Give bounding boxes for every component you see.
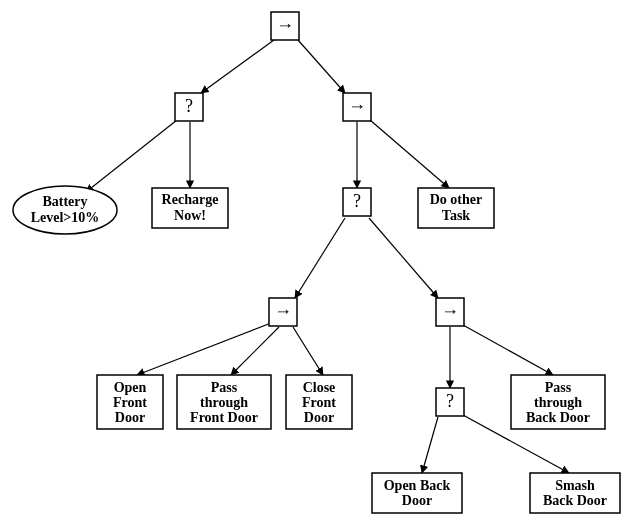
battery-label-2: Level>10% [31,210,100,225]
edge-midfallback-backseq [369,218,438,298]
node-back-fallback: ? [436,388,464,416]
node-front-sequence: → [269,298,297,326]
close-front-l1: Close [303,380,336,395]
pass-front-l2: through [200,395,248,410]
node-mid-fallback: ? [343,188,371,216]
node-pass-front: Pass through Front Door [177,375,271,429]
smash-back-l1: Smash [555,478,595,493]
close-front-l2: Front [302,395,336,410]
edge-frontseq-closefront [293,327,323,375]
open-front-l2: Front [113,395,147,410]
edge-midfallback-frontseq [295,218,345,298]
node-pass-back: Pass through Back Door [511,375,605,429]
node-root: → [271,12,299,40]
node-smash-back: Smash Back Door [530,473,620,513]
battery-label-1: Battery [42,194,87,209]
close-front-l3: Door [304,410,334,425]
recharge-label-1: Recharge [162,192,219,207]
root-symbol: → [276,15,294,35]
l1-fallback-symbol: ? [185,96,193,116]
node-open-back: Open Back Door [372,473,462,513]
smash-back-l2: Back Door [543,493,607,508]
node-do-other: Do other Task [418,188,494,228]
behavior-tree-diagram: → ? → Battery Level>10% Recharge Now! ? … [0,0,640,527]
node-close-front: Close Front Door [286,375,352,429]
node-battery-condition: Battery Level>10% [13,186,117,234]
edge-frontseq-openfront [137,323,271,375]
edge-l1fallback-battery [86,120,177,192]
node-back-sequence: → [436,298,464,326]
edge-root-l1fallback [201,40,274,93]
node-recharge: Recharge Now! [152,188,228,228]
back-fallback-symbol: ? [446,391,454,411]
back-seq-symbol: → [441,301,459,321]
node-l1-sequence: → [343,93,371,121]
l1-sequence-symbol: → [348,96,366,116]
pass-back-l2: through [534,395,582,410]
do-other-label-2: Task [442,208,471,223]
pass-back-l1: Pass [545,380,572,395]
recharge-label-2: Now! [174,208,206,223]
edge-root-l1sequence [298,40,345,93]
edge-l1sequence-doother [370,120,449,188]
open-back-l2: Door [402,493,432,508]
open-front-l3: Door [115,410,145,425]
do-other-label-1: Do other [430,192,483,207]
pass-back-l3: Back Door [526,410,590,425]
edge-backseq-passback [463,325,553,375]
edge-frontseq-passfront [231,327,279,375]
node-open-front: Open Front Door [97,375,163,429]
node-l1-fallback: ? [175,93,203,121]
pass-front-l3: Front Door [190,410,258,425]
open-back-l1: Open Back [384,478,451,493]
edge-backfallback-openback [422,417,438,473]
mid-fallback-symbol: ? [353,191,361,211]
pass-front-l1: Pass [211,380,238,395]
open-front-l1: Open [114,380,147,395]
front-seq-symbol: → [274,301,292,321]
